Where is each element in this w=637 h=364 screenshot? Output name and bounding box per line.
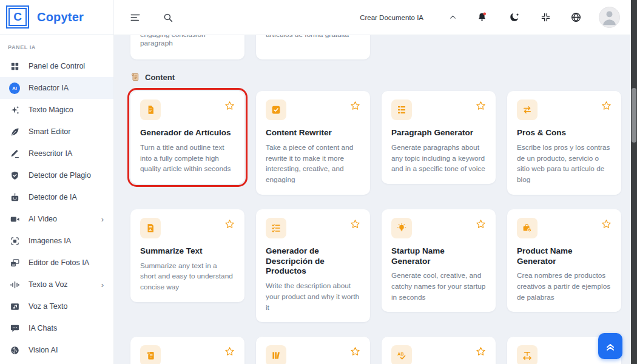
image-scan-icon: [9, 235, 20, 246]
partial-card[interactable]: artículos de forma gratuita: [256, 35, 370, 59]
sidebar-item-vision-ai[interactable]: Vision AI: [0, 339, 113, 361]
card-description: Summarize any text in a short and easy t…: [140, 261, 235, 293]
sidebar-item-label: Reescritor IA: [29, 149, 72, 158]
moon-icon[interactable]: [508, 12, 520, 23]
tool-card-generador-de-historias[interactable]: Generador de Historias Permita que la IA…: [256, 337, 370, 364]
tool-card-generador-de-articulos[interactable]: Generador de Artículos Turn a title and …: [130, 91, 244, 184]
sidebar-item-texto-magico[interactable]: Texto Mágico: [0, 99, 113, 121]
card-title: Generador de Artículos: [140, 128, 235, 138]
main-content: engaging conclusion paragraph artículos …: [114, 35, 631, 364]
bell-icon[interactable]: [476, 12, 488, 23]
chevron-right-icon: ›: [101, 215, 104, 224]
sidebar-item-smart-editor[interactable]: Smart Editor: [0, 121, 113, 143]
chat-icon: [9, 323, 20, 334]
star-icon[interactable]: [476, 346, 486, 359]
card-title: Summarize Text: [140, 246, 235, 257]
partial-card-row: engaging conclusion paragraph artículos …: [130, 35, 631, 59]
tool-card-pros-cons[interactable]: Pros & Cons Escribe los pros y los contr…: [507, 91, 621, 195]
tool-card-startup-name-generator[interactable]: Startup Name Generator Generate cool, cr…: [382, 209, 496, 312]
copyter-app: C Copyter PANEL IA Panel de Control AI R…: [0, 0, 637, 364]
sidebar-item-label: Detector de Plagio: [29, 171, 91, 180]
sidebar-item-label: Smart Editor: [29, 127, 70, 136]
double-chevron-up-icon: [604, 340, 616, 352]
menu-icon[interactable]: [130, 12, 141, 23]
sidebar-item-label: IA Chats: [29, 324, 57, 332]
scroll-icon: [130, 72, 140, 82]
sidebar-item-imagenes-ia[interactable]: Imágenes IA: [0, 230, 113, 252]
sidebar-item-label: Imágenes IA: [29, 237, 71, 245]
card-title: Product Name Generator: [517, 246, 612, 267]
lightbulb-icon: [391, 218, 412, 238]
card-title: Paragraph Generator: [391, 128, 486, 138]
content-section-header: Content: [130, 72, 631, 82]
tool-card-corrector-gramatical[interactable]: AB Corrector Gramatical Asegúrese de que…: [382, 337, 496, 364]
sidebar-item-reescritor-ia[interactable]: Reescritor IA: [0, 143, 113, 164]
sidebar-item-voz-a-texto[interactable]: Voz a Texto: [0, 295, 113, 317]
logo-mark: C: [6, 5, 29, 29]
card-description: Escribe los pros y los contras de un pro…: [517, 143, 612, 186]
search-icon[interactable]: [163, 12, 174, 23]
sidebar-item-texto-a-voz[interactable]: Texto a Voz ›: [0, 274, 113, 295]
books-icon: [266, 345, 286, 364]
star-icon[interactable]: [350, 219, 360, 232]
star-icon[interactable]: [350, 346, 360, 359]
sidebar-item-label: Editor de Fotos IA: [29, 258, 89, 267]
create-document-button[interactable]: Crear Documento IA: [360, 14, 423, 21]
sidebar-item-ai-video[interactable]: AI Video ›: [0, 208, 113, 230]
star-icon[interactable]: [476, 101, 486, 113]
card-title: Generador de Descripción de Productos: [266, 246, 360, 277]
scrollbar-track[interactable]: [631, 0, 637, 364]
card-description: engaging conclusion paragraph: [140, 35, 235, 47]
logo-letter: C: [8, 8, 27, 26]
sidebar-item-label: Texto a Voz: [29, 280, 68, 289]
star-icon[interactable]: [601, 219, 612, 232]
scroll-to-top-button[interactable]: [598, 333, 622, 359]
paragraph-list-icon: [391, 99, 412, 120]
sidebar-item-redactor-ia[interactable]: AI Redactor IA: [0, 77, 113, 99]
header-actions: Crear Documento IA: [360, 7, 631, 28]
tool-card-content-rewriter[interactable]: Content Rewriter Take a piece of content…: [256, 91, 370, 195]
ai-chip-icon: AI: [9, 83, 20, 93]
avatar[interactable]: [599, 7, 620, 28]
card-description: Turn a title and outline text into a ful…: [140, 143, 235, 175]
star-icon[interactable]: [224, 101, 235, 113]
checklist-icon: [266, 218, 286, 238]
chevron-up-icon[interactable]: [449, 13, 457, 21]
tool-card-paragraph-generator[interactable]: Paragraph Generator Generate paragraphs …: [382, 91, 496, 184]
tool-card-summarize-text[interactable]: Summarize Text Summarize any text in a s…: [130, 209, 244, 302]
card-description: Generate cool, creative, and catchy name…: [391, 271, 486, 303]
text-expand-icon: [517, 345, 538, 364]
star-icon[interactable]: [601, 101, 612, 113]
dashboard-icon: [9, 61, 20, 72]
waveform-icon: [9, 279, 20, 290]
quill-icon: [9, 126, 20, 137]
card-title: Pros & Cons: [517, 128, 612, 138]
tool-card-product-name-generator[interactable]: Product Name Generator Crea nombres de p…: [507, 209, 621, 312]
audio-file-icon: [9, 301, 20, 312]
star-icon[interactable]: [476, 219, 486, 232]
tools-grid: Generador de Artículos Turn a title and …: [130, 91, 631, 364]
sidebar-item-ia-chats[interactable]: IA Chats: [0, 317, 113, 339]
sidebar-item-label: AI Video: [29, 215, 57, 223]
tool-card-generador-descripcion-productos[interactable]: Generador de Descripción de Productos Wr…: [256, 209, 370, 323]
partial-card[interactable]: engaging conclusion paragraph: [130, 35, 244, 59]
logo[interactable]: C Copyter: [0, 0, 113, 35]
photo-editor-icon: [9, 257, 20, 268]
tool-card-generador-de-ensayos[interactable]: Generador de Ensayos Crea ensayos académ…: [130, 337, 244, 364]
card-description: artículos de forma gratuita: [266, 35, 360, 39]
star-icon[interactable]: [224, 346, 235, 359]
sidebar-item-detector-de-ia[interactable]: Detector de IA: [0, 186, 113, 208]
sidebar-item-detector-de-plagio[interactable]: Detector de Plagio: [0, 164, 113, 186]
star-icon[interactable]: [350, 101, 360, 113]
globe-icon[interactable]: [570, 12, 582, 23]
sidebar-item-editor-de-fotos-ia[interactable]: Editor de Fotos IA: [0, 252, 113, 274]
robot-icon: [9, 192, 20, 203]
compress-icon[interactable]: [541, 12, 551, 22]
svg-text:AB: AB: [397, 352, 403, 357]
scrollbar-thumb[interactable]: [632, 88, 636, 143]
sidebar-item-panel-de-control[interactable]: Panel de Control: [0, 55, 113, 77]
star-icon[interactable]: [224, 219, 235, 232]
scroll-icon: [140, 345, 161, 364]
summary-doc-icon: [140, 218, 161, 238]
sidebar-item-label: Voz a Texto: [29, 302, 67, 311]
